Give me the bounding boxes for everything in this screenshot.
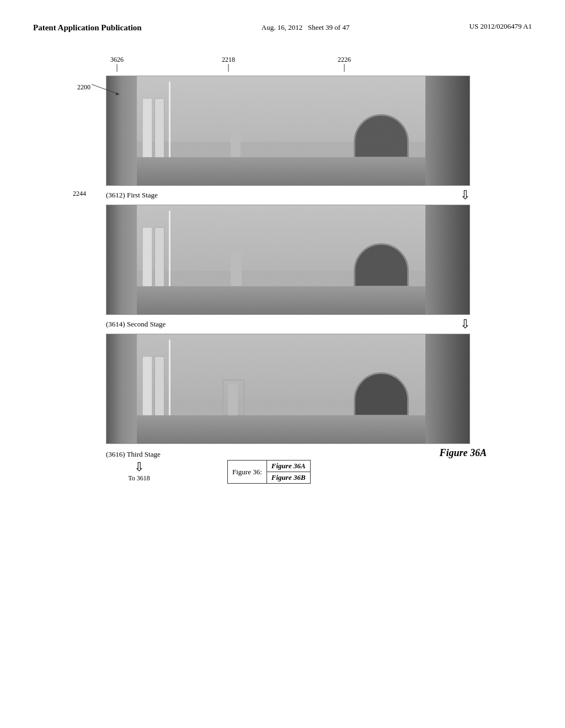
page-header: Patent Application Publication Aug. 16, … bbox=[33, 22, 532, 34]
panel-3-wrapper bbox=[73, 334, 492, 444]
ref-3626: 3626 bbox=[110, 56, 124, 72]
stage3-label: (3616) Third Stage bbox=[106, 450, 439, 459]
arrow1: ⇩ bbox=[460, 188, 470, 202]
col1b bbox=[142, 227, 152, 287]
stage1-label: (3612) First Stage bbox=[106, 191, 460, 200]
ref-line-2226 bbox=[344, 64, 345, 72]
stage3-row: (3616) Third Stage Figure 36A bbox=[73, 447, 492, 459]
stage2-row: (3614) Second Stage ⇩ bbox=[73, 317, 492, 331]
figure-36a-cell: Figure 36A bbox=[266, 461, 310, 472]
col2c bbox=[154, 356, 164, 416]
arrow2: ⇩ bbox=[460, 317, 470, 331]
pole-2 bbox=[169, 211, 170, 293]
figure-box-container: Figure 36: Figure 36A Figure 36B bbox=[227, 460, 311, 484]
ref-2200-text: 2200 bbox=[77, 83, 90, 92]
diagram-container: 2200 3626 2218 bbox=[73, 56, 492, 484]
publication-title: Patent Application Publication bbox=[33, 23, 142, 32]
figure-36-label: Figure 36: bbox=[228, 461, 267, 484]
arrow-2200-svg bbox=[92, 79, 122, 95]
figure-36b-cell: Figure 36B bbox=[266, 472, 310, 484]
figure-table: Figure 36: Figure 36A Figure 36B bbox=[227, 460, 311, 484]
ref-line-3626 bbox=[116, 64, 118, 72]
building-image-1 bbox=[106, 76, 470, 185]
ref-line-2218 bbox=[228, 64, 229, 72]
image-panel-2 bbox=[106, 205, 470, 315]
building-image-2 bbox=[106, 205, 470, 314]
header-center: Aug. 16, 2012 Sheet 39 of 47 bbox=[262, 22, 350, 34]
col2 bbox=[154, 98, 164, 158]
statue-2 bbox=[231, 252, 242, 286]
label-2200: 2200 bbox=[77, 79, 122, 95]
statue-3 bbox=[228, 383, 238, 415]
svg-line-0 bbox=[92, 84, 119, 94]
building-main-3 bbox=[137, 334, 425, 443]
page: Patent Application Publication Aug. 16, … bbox=[0, 0, 565, 728]
stage2-label: (3614) Second Stage bbox=[106, 320, 460, 329]
to-3618-block: ⇩ To 3618 bbox=[106, 460, 172, 483]
to-3618-label: To 3618 bbox=[128, 474, 150, 483]
top-ref-row: 3626 2218 2226 bbox=[106, 56, 470, 76]
stage1-row: (3612) First Stage ⇩ bbox=[73, 188, 492, 202]
col1c bbox=[142, 356, 152, 416]
bottom-row: ⇩ To 3618 Figure 36: Figure 36A Figure 3… bbox=[73, 460, 492, 484]
image-panel-3 bbox=[106, 334, 470, 444]
pole-1 bbox=[169, 82, 170, 164]
building-main-2 bbox=[137, 205, 425, 314]
building-main-1 bbox=[137, 76, 425, 185]
ref-2218: 2218 bbox=[222, 56, 235, 72]
ref-2226: 2226 bbox=[338, 56, 351, 72]
panel-2-wrapper bbox=[73, 205, 492, 315]
pub-date: Aug. 16, 2012 bbox=[262, 23, 302, 31]
figure-row-1: Figure 36: Figure 36A bbox=[228, 461, 311, 472]
pole-3 bbox=[169, 340, 170, 422]
statue-1 bbox=[231, 127, 241, 157]
sheet-info: Sheet 39 of 47 bbox=[308, 23, 349, 31]
header-left: Patent Application Publication bbox=[33, 22, 142, 34]
image-panel-1 bbox=[106, 76, 470, 186]
panel-1-wrapper: 2244 bbox=[73, 76, 492, 186]
header-right: US 2012/0206479 A1 bbox=[470, 22, 532, 31]
figure-36a-label: Figure 36A bbox=[439, 447, 487, 459]
pub-number: US 2012/0206479 A1 bbox=[470, 22, 532, 30]
col2b bbox=[154, 227, 164, 287]
arrow3: ⇩ bbox=[134, 460, 144, 474]
ref-2244: 2244 bbox=[73, 190, 86, 198]
col1 bbox=[142, 98, 152, 158]
ground-1 bbox=[137, 157, 425, 185]
main-content: 2200 3626 2218 bbox=[33, 50, 532, 484]
svg-marker-1 bbox=[116, 92, 119, 95]
building-image-3 bbox=[106, 334, 470, 443]
ground-3 bbox=[137, 415, 425, 443]
ground-2 bbox=[137, 286, 425, 314]
